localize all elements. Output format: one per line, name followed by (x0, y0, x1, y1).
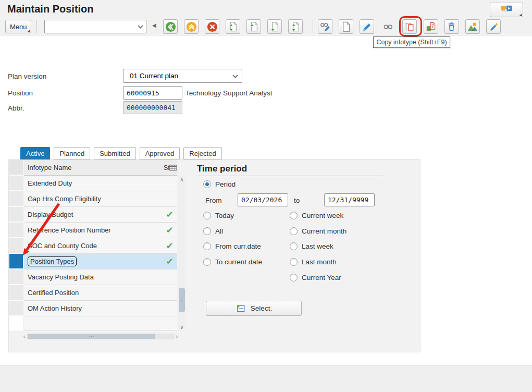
radio-current-week[interactable]: Current week (290, 212, 343, 219)
select-icon (236, 303, 246, 314)
display-button[interactable] (381, 19, 395, 34)
vertical-scroll-thumb[interactable]: ⋮ (179, 288, 185, 312)
copy-infotype-button[interactable] (402, 19, 417, 34)
radio-icon[interactable] (290, 227, 298, 235)
position-description: Technology Support Analyst (185, 89, 273, 97)
table-row[interactable]: OM Action History (9, 301, 177, 316)
menu-button[interactable]: Menu ◢ (5, 20, 31, 33)
infotype-name: SOC and County Code (28, 242, 97, 250)
radio-selected-icon[interactable] (203, 180, 211, 188)
overview-button[interactable] (465, 19, 480, 34)
radio-all[interactable]: All (203, 227, 223, 235)
command-input[interactable] (46, 21, 134, 32)
radio-icon[interactable] (203, 227, 211, 235)
create-button[interactable] (339, 19, 353, 34)
radio-icon[interactable] (203, 258, 211, 266)
table-row-empty[interactable] (9, 316, 177, 331)
horizontal-scroll-thumb[interactable]: ⋯ (28, 334, 155, 339)
table-row[interactable]: SOC and County Code ✓ (9, 238, 177, 254)
horizontal-scrollbar[interactable]: ‹ ⋯ › (23, 333, 178, 340)
grip-dots-icon: ⋯ (89, 334, 94, 339)
scroll-left-icon[interactable]: ‹ (23, 333, 25, 340)
table-row[interactable]: Gap Hrs Comp Eligibility (9, 191, 177, 207)
tab-strip: Active Planned Submitted Approved Reject… (20, 147, 222, 160)
vertical-scrollbar[interactable]: ∧ ⋮ ∨ (178, 176, 185, 331)
table-row[interactable]: Display Budget ✓ (9, 207, 177, 223)
radio-icon[interactable] (203, 242, 211, 250)
abbr-input (123, 101, 182, 114)
maintain-button[interactable] (486, 19, 501, 34)
scroll-right-icon[interactable]: › (176, 333, 178, 340)
tab-approved[interactable]: Approved (140, 147, 180, 160)
tab-planned[interactable]: Planned (54, 147, 90, 160)
tab-rejected[interactable]: Rejected (183, 147, 221, 160)
radio-icon[interactable] (290, 274, 298, 281)
cancel-button[interactable] (205, 19, 219, 34)
status-bar: SAP ▶ E1T (805) ◢ oschr-t1map01 (0, 365, 532, 392)
infotype-name[interactable]: Position Types (28, 256, 77, 266)
scroll-down-icon[interactable]: ∨ (178, 324, 185, 331)
radio-icon[interactable] (290, 258, 298, 266)
delimit-icon: 7 (425, 21, 437, 33)
radio-current-month[interactable]: Current month (290, 227, 347, 235)
radio-today[interactable]: Today (203, 212, 234, 219)
row-selector[interactable] (9, 285, 23, 301)
plan-version-select[interactable] (123, 69, 242, 83)
row-selector[interactable] (9, 301, 23, 316)
select-button[interactable]: Select. (206, 301, 302, 316)
table-settings-icon[interactable] (169, 164, 177, 172)
row-selector[interactable] (9, 254, 23, 270)
row-selector[interactable] (9, 316, 23, 331)
services-for-object-button[interactable]: ◢ (490, 3, 523, 17)
row-selector[interactable] (9, 223, 23, 238)
delete-button[interactable] (444, 19, 459, 34)
display-change-button[interactable] (318, 19, 332, 34)
exit-button[interactable] (184, 19, 199, 34)
radio-to-current-date[interactable]: To current date (203, 258, 262, 266)
collapse-toolbar-icon[interactable]: ◀ (152, 22, 156, 28)
status-check-icon: ✓ (166, 241, 174, 251)
plan-version-value[interactable] (130, 70, 234, 82)
status-check-icon: ✓ (166, 210, 174, 219)
table-header: Infotype Name St.. (9, 160, 177, 176)
radio-icon[interactable] (203, 212, 211, 219)
position-input[interactable] (123, 86, 182, 100)
radio-icon[interactable] (290, 242, 298, 250)
table-row[interactable]: Extended Duty (9, 176, 177, 191)
radio-last-month[interactable]: Last month (290, 258, 337, 266)
change-button[interactable] (360, 19, 374, 34)
chevron-down-icon (232, 75, 238, 78)
radio-period[interactable]: Period (203, 180, 236, 188)
to-date-input[interactable] (324, 193, 375, 206)
from-date-input[interactable] (238, 193, 288, 206)
infotype-name: Certified Position (28, 289, 79, 297)
command-field[interactable] (44, 20, 146, 33)
row-selector[interactable] (9, 238, 23, 254)
radio-from-curr-date[interactable]: From curr.date (203, 242, 261, 250)
back-button[interactable] (163, 19, 178, 34)
tab-active[interactable]: Active (20, 147, 50, 160)
table-row[interactable]: Vacancy Posting Data (9, 270, 177, 285)
from-label: From (205, 197, 222, 204)
row-selector[interactable] (9, 207, 23, 223)
radio-icon[interactable] (290, 212, 298, 219)
row-selector[interactable] (9, 191, 23, 207)
next-page-button[interactable] (267, 19, 282, 34)
radio-last-week[interactable]: Last week (290, 242, 333, 250)
first-page-button[interactable] (226, 19, 240, 34)
toolbar-separator (36, 20, 37, 33)
row-selector[interactable] (9, 176, 23, 191)
infotype-name: Reference Position Number (28, 226, 111, 234)
table-row[interactable]: Certified Position (9, 285, 177, 301)
radio-current-year[interactable]: Current Year (290, 274, 341, 281)
table-row[interactable]: Reference Position Number ✓ (9, 223, 177, 238)
scroll-up-icon[interactable]: ∧ (178, 176, 185, 183)
delimit-button[interactable]: 7 (424, 19, 438, 34)
row-selector[interactable] (9, 270, 23, 285)
last-page-button[interactable] (288, 19, 303, 34)
plan-version-label: Plan version (8, 72, 46, 80)
grip-dots-icon: ⋮ (180, 298, 184, 303)
tab-submitted[interactable]: Submitted (94, 147, 136, 160)
previous-page-button[interactable] (246, 19, 261, 34)
table-row-selected[interactable]: Position Types ✓ (9, 254, 177, 270)
